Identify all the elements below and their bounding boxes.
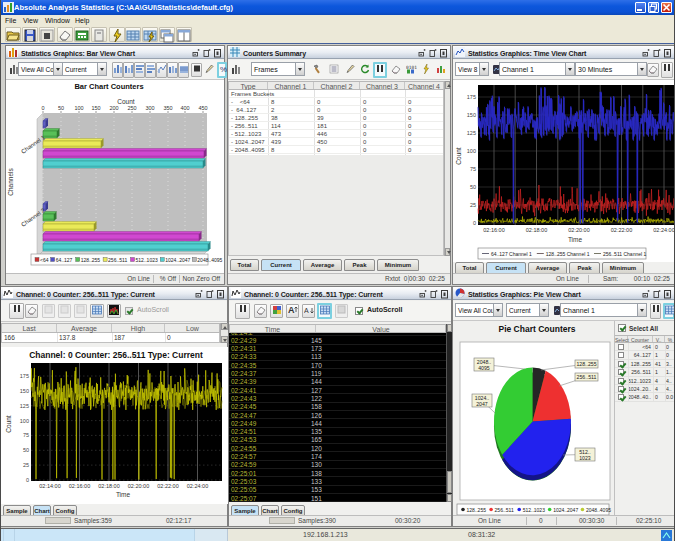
svg-text:150: 150 (91, 105, 100, 111)
svg-text:2047: 2047 (476, 401, 488, 407)
svg-text:02:14:00: 02:14:00 (39, 483, 60, 489)
svg-text:125: 125 (467, 130, 476, 136)
svg-text:02:18:00: 02:18:00 (98, 483, 119, 489)
svg-text:256..511 Channel 1: 256..511 Channel 1 (603, 251, 646, 257)
svg-text:25: 25 (470, 202, 476, 208)
svg-text:Count: Count (5, 415, 12, 433)
svg-text:02:16:00: 02:16:00 (69, 483, 90, 489)
svg-text:02:20:00: 02:20:00 (128, 483, 149, 489)
svg-text:150: 150 (467, 112, 476, 118)
svg-text:0101: 0101 (406, 65, 417, 70)
svg-text:300: 300 (145, 105, 154, 111)
svg-text:Channels: Channels (7, 168, 14, 196)
svg-text:512..1023: 512..1023 (523, 507, 545, 513)
svg-text:75: 75 (470, 166, 476, 172)
svg-text:256..511: 256..511 (577, 374, 597, 380)
svg-text:256..511: 256..511 (495, 507, 514, 513)
svg-text:256..511: 256..511 (108, 257, 127, 263)
svg-text:Count: Count (117, 98, 135, 105)
svg-text:50: 50 (23, 447, 29, 453)
svg-text:02:24:00: 02:24:00 (187, 483, 208, 489)
svg-text:02:22:00: 02:22:00 (157, 483, 178, 489)
svg-text:A: A (288, 305, 295, 315)
svg-text:175: 175 (467, 94, 476, 100)
svg-text:128..255: 128..255 (81, 257, 101, 263)
svg-text:150: 150 (20, 388, 29, 394)
svg-text:400: 400 (180, 105, 189, 111)
svg-text:Time: Time (568, 236, 583, 243)
svg-text:175: 175 (20, 373, 29, 379)
svg-text:25: 25 (23, 462, 29, 468)
svg-text:4095: 4095 (478, 365, 490, 371)
svg-text:2048..4095: 2048..4095 (197, 257, 222, 263)
svg-text:02:16:00: 02:16:00 (483, 227, 504, 233)
svg-text:100: 100 (74, 105, 83, 111)
svg-text:0: 0 (26, 477, 29, 483)
svg-text:2048..4095: 2048..4095 (586, 507, 611, 513)
svg-text:128..255: 128..255 (467, 507, 487, 513)
svg-text:125: 125 (20, 403, 29, 409)
svg-text:1023: 1023 (579, 455, 591, 461)
svg-text:02:24:00: 02:24:00 (653, 227, 674, 233)
svg-text:Pie Chart Counters: Pie Chart Counters (499, 324, 576, 334)
svg-text:450: 450 (198, 105, 207, 111)
svg-text:02:22:00: 02:22:00 (611, 227, 632, 233)
svg-text:64..127 Channel 1: 64..127 Channel 1 (491, 251, 532, 257)
svg-text:128..255: 128..255 (576, 361, 596, 367)
svg-text:0: 0 (473, 220, 476, 226)
svg-text:128..255 Channel 1: 128..255 Channel 1 (546, 251, 590, 257)
svg-text:Time: Time (116, 491, 131, 498)
svg-text:200: 200 (109, 105, 118, 111)
svg-text:<64: <64 (40, 257, 49, 263)
svg-text:64..127: 64..127 (56, 257, 73, 263)
svg-text:Bar Chart Counters: Bar Chart Counters (74, 82, 143, 91)
svg-text:Channel: 0 Counter: 256..511: Channel: 0 Counter: 256..511 Type: Curre… (29, 350, 203, 360)
svg-text:75: 75 (23, 432, 29, 438)
svg-text:50: 50 (470, 184, 476, 190)
svg-text:1024..2047: 1024..2047 (553, 507, 578, 513)
svg-text:A: A (304, 307, 309, 314)
svg-text:512..1023: 512..1023 (136, 257, 158, 263)
svg-text:100: 100 (20, 418, 29, 424)
svg-text:50: 50 (58, 105, 64, 111)
svg-text:1024..2047: 1024..2047 (165, 257, 190, 263)
svg-text:350: 350 (163, 105, 172, 111)
svg-text:100: 100 (467, 148, 476, 154)
svg-text:250: 250 (127, 105, 136, 111)
svg-text:02:20:00: 02:20:00 (568, 227, 589, 233)
svg-text:Count: Count (455, 147, 462, 165)
svg-text:0: 0 (41, 105, 44, 111)
svg-text:02:18:00: 02:18:00 (526, 227, 547, 233)
